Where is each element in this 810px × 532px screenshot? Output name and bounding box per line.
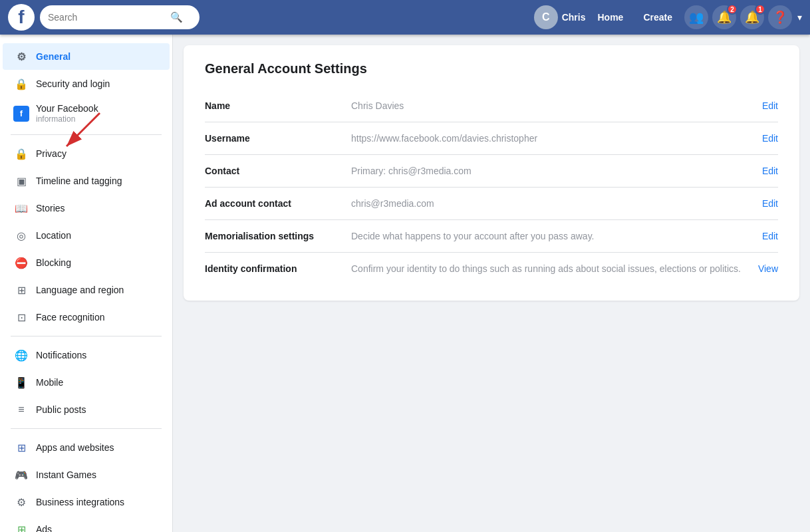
sidebar-item-timeline[interactable]: ▣ Timeline and tagging bbox=[3, 168, 170, 194]
notifications-badge: 2 bbox=[727, 4, 738, 15]
settings-label-name: Name bbox=[205, 100, 351, 111]
settings-action-name[interactable]: Edit bbox=[762, 100, 778, 111]
settings-value-ad-contact: chris@r3media.com bbox=[351, 198, 762, 209]
sidebar-label-face: Face recognition bbox=[36, 312, 105, 323]
main-content: General Account Settings Name Chris Davi… bbox=[184, 45, 799, 301]
sidebar-label-timeline: Timeline and tagging bbox=[36, 176, 122, 186]
search-input[interactable] bbox=[48, 12, 168, 23]
help-icon: ❓ bbox=[773, 10, 787, 25]
settings-row-name: Name Chris Davies Edit bbox=[205, 90, 778, 122]
account-menu-chevron[interactable]: ▾ bbox=[797, 12, 802, 23]
language-icon: ⊞ bbox=[13, 282, 29, 298]
top-navigation: f 🔍 C Chris Home Create 👥 🔔 2 🔔 1 ❓ ▾ bbox=[0, 0, 810, 35]
sidebar-item-business[interactable]: ⚙ Business integrations bbox=[3, 489, 170, 515]
settings-value-memorialisation: Decide what happens to your account afte… bbox=[351, 231, 762, 241]
privacy-icon: 🔒 bbox=[13, 146, 29, 162]
page-title: General Account Settings bbox=[205, 61, 778, 76]
settings-action-username[interactable]: Edit bbox=[762, 133, 778, 144]
notifications-icon: 🌐 bbox=[13, 347, 29, 363]
settings-value-username: https://www.facebook.com/davies.christop… bbox=[351, 133, 762, 144]
sidebar-item-privacy[interactable]: 🔒 Privacy bbox=[3, 140, 170, 167]
friends-icon: 👥 bbox=[689, 10, 704, 25]
avatar: C bbox=[534, 5, 558, 29]
apps-icon: ⊞ bbox=[13, 440, 29, 456]
help-button[interactable]: ❓ bbox=[768, 5, 792, 29]
sidebar-label-stories: Stories bbox=[36, 203, 65, 213]
sidebar-item-notifications[interactable]: 🌐 Notifications bbox=[3, 342, 170, 368]
search-bar[interactable]: 🔍 bbox=[40, 5, 200, 29]
blocking-icon: ⛔ bbox=[13, 255, 29, 271]
facebook-logo: f bbox=[8, 4, 35, 31]
sidebar-label-business: Business integrations bbox=[36, 497, 124, 507]
sidebar-label-general: General bbox=[36, 51, 70, 62]
sidebar-label-language: Language and region bbox=[36, 285, 124, 295]
sidebar-item-face[interactable]: ⊡ Face recognition bbox=[3, 304, 170, 331]
settings-value-identity: Confirm your identity to do things such … bbox=[351, 263, 758, 274]
face-recognition-icon: ⊡ bbox=[13, 309, 29, 325]
sidebar-item-general[interactable]: ⚙ General bbox=[3, 43, 170, 70]
sidebar-item-mobile[interactable]: 📱 Mobile bbox=[3, 369, 170, 396]
sidebar-divider-3 bbox=[11, 428, 162, 429]
settings-label-contact: Contact bbox=[205, 166, 351, 176]
sidebar-label-mobile: Mobile bbox=[36, 377, 63, 388]
sidebar-label-blocking: Blocking bbox=[36, 257, 71, 268]
search-icon: 🔍 bbox=[170, 11, 183, 23]
sidebar-item-stories[interactable]: 📖 Stories bbox=[3, 195, 170, 221]
sidebar-label-ads: Ads bbox=[36, 524, 52, 532]
settings-label-memorialisation: Memorialisation settings bbox=[205, 231, 351, 241]
create-nav-item[interactable]: Create bbox=[635, 7, 680, 28]
sidebar-item-instant-games[interactable]: 🎮 Instant Games bbox=[3, 462, 170, 488]
sidebar-item-security[interactable]: 🔒 Security and login bbox=[3, 70, 170, 97]
alerts-badge: 1 bbox=[755, 4, 765, 15]
sidebar-divider-2 bbox=[11, 336, 162, 336]
business-icon: ⚙ bbox=[13, 494, 29, 510]
logo-letter: f bbox=[18, 8, 24, 27]
sidebar-label-apps: Apps and websites bbox=[36, 442, 114, 453]
sidebar-label-games: Instant Games bbox=[36, 469, 96, 480]
user-profile-button[interactable]: C Chris bbox=[534, 5, 586, 29]
settings-row-ad-contact: Ad account contact chris@r3media.com Edi… bbox=[205, 188, 778, 220]
settings-label-username: Username bbox=[205, 133, 351, 144]
settings-value-contact: Primary: chris@r3media.com bbox=[351, 166, 762, 176]
sidebar-label-location: Location bbox=[36, 230, 71, 241]
settings-row-memorialisation: Memorialisation settings Decide what hap… bbox=[205, 220, 778, 253]
settings-row-username: Username https://www.facebook.com/davies… bbox=[205, 122, 778, 155]
sidebar-item-apps[interactable]: ⊞ Apps and websites bbox=[3, 434, 170, 461]
sidebar-label-group-your-fb: Your Facebook information bbox=[36, 103, 98, 124]
settings-rows: Name Chris Davies Edit Username https://… bbox=[205, 90, 778, 285]
gear-icon: ⚙ bbox=[13, 49, 29, 65]
lock-icon: 🔒 bbox=[13, 76, 29, 92]
location-icon: ◎ bbox=[13, 227, 29, 243]
sidebar-item-blocking[interactable]: ⛔ Blocking bbox=[3, 249, 170, 276]
games-icon: 🎮 bbox=[13, 467, 29, 483]
facebook-info-icon: f bbox=[13, 106, 29, 122]
settings-action-ad-contact[interactable]: Edit bbox=[762, 198, 778, 209]
settings-value-name: Chris Davies bbox=[351, 100, 762, 111]
sidebar-divider-1 bbox=[11, 134, 162, 135]
settings-label-identity: Identity confirmation bbox=[205, 263, 351, 274]
user-name: Chris bbox=[562, 12, 586, 23]
sidebar-label-your-fb: Your Facebook bbox=[36, 103, 98, 114]
sidebar-item-ads[interactable]: ⊞ Ads bbox=[3, 516, 170, 532]
settings-row-contact: Contact Primary: chris@r3media.com Edit bbox=[205, 155, 778, 188]
sidebar-item-your-facebook[interactable]: f Your Facebook information bbox=[3, 98, 170, 129]
sidebar-sublabel-your-fb: information bbox=[36, 114, 98, 124]
ads-icon: ⊞ bbox=[13, 521, 29, 532]
sidebar-item-public-posts[interactable]: ≡ Public posts bbox=[3, 396, 170, 423]
sidebar-label-public-posts: Public posts bbox=[36, 404, 86, 415]
sidebar-item-location[interactable]: ◎ Location bbox=[3, 222, 170, 249]
friends-icon-button[interactable]: 👥 bbox=[684, 5, 708, 29]
mobile-icon: 📱 bbox=[13, 374, 29, 390]
settings-action-memorialisation[interactable]: Edit bbox=[762, 231, 778, 241]
notifications-button[interactable]: 🔔 2 bbox=[712, 5, 736, 29]
sidebar-item-language[interactable]: ⊞ Language and region bbox=[3, 277, 170, 303]
settings-action-identity[interactable]: View bbox=[758, 263, 778, 274]
sidebar: ⚙ General 🔒 Security and login f Your Fa… bbox=[0, 35, 173, 532]
stories-icon: 📖 bbox=[13, 200, 29, 216]
settings-action-contact[interactable]: Edit bbox=[762, 166, 778, 176]
public-posts-icon: ≡ bbox=[13, 402, 29, 418]
sidebar-label-privacy: Privacy bbox=[36, 148, 67, 159]
home-nav-item[interactable]: Home bbox=[590, 7, 632, 28]
sidebar-label-notifications: Notifications bbox=[36, 350, 86, 360]
alerts-button[interactable]: 🔔 1 bbox=[740, 5, 764, 29]
